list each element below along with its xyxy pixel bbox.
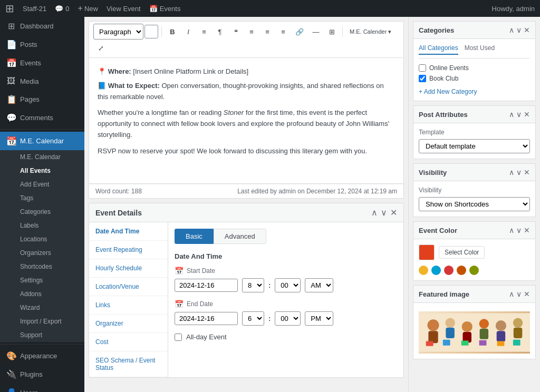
sidebar-item-posts[interactable]: 📄 Posts — [0, 35, 84, 54]
end-ampm-select[interactable]: PM — [305, 311, 333, 326]
expand-editor-button[interactable]: ⤢ — [93, 41, 108, 55]
align-center-button[interactable]: ≡ — [260, 24, 275, 39]
insert-link-button[interactable]: 🔗 — [292, 24, 307, 39]
color-dot-orange[interactable] — [457, 266, 466, 275]
categories-collapse-down[interactable]: ∨ — [516, 26, 522, 34]
adminbar-comments[interactable]: 💬 0 — [55, 5, 69, 13]
end-min-select[interactable]: 00 — [275, 311, 301, 326]
blockquote-button[interactable]: ❝ — [228, 24, 243, 39]
template-select[interactable]: Default template — [419, 139, 530, 153]
close-metabox-icon[interactable]: ✕ — [390, 208, 397, 218]
start-ampm-select[interactable]: AM — [305, 278, 333, 292]
submenu-wizard[interactable]: Wizard — [0, 301, 84, 315]
allday-checkbox[interactable] — [175, 334, 182, 341]
event-nav-links[interactable]: Links — [89, 296, 168, 315]
event-nav-cost[interactable]: Cost — [89, 333, 168, 351]
submenu-labels[interactable]: Labels — [0, 219, 84, 232]
sidebar-item-appearance[interactable]: 🎨 Appearance — [0, 347, 84, 365]
collapse-down-icon[interactable]: ∨ — [381, 208, 387, 218]
submenu-import-export[interactable]: Import / Export — [0, 315, 84, 328]
categories-close[interactable]: ✕ — [524, 26, 530, 34]
category-label-online[interactable]: Online Events — [429, 64, 469, 72]
category-checkbox-online[interactable] — [419, 64, 426, 72]
start-min-select[interactable]: 00 — [275, 278, 301, 292]
collapse-up-icon[interactable]: ∧ — [371, 208, 378, 218]
ordered-list-button[interactable]: ¶ — [213, 24, 227, 39]
submenu-organizers[interactable]: Organizers — [0, 246, 84, 260]
event-nav-seo[interactable]: SEO Schema / Event Status — [89, 351, 168, 377]
submenu-categories[interactable]: Categories — [0, 205, 84, 219]
adminbar-site[interactable]: Staff-21 — [23, 5, 46, 13]
end-hour-select[interactable]: 6 — [242, 311, 264, 326]
event-color-close[interactable]: ✕ — [524, 226, 530, 234]
calendar-dropdown-button[interactable]: M.E. Calender ▾ — [346, 24, 395, 39]
category-checkbox-book-club[interactable] — [419, 75, 426, 82]
tab-basic[interactable]: Basic — [175, 229, 214, 244]
paragraph-select[interactable]: Paragraph — [93, 24, 143, 40]
submenu-add-event[interactable]: Add Event — [0, 178, 84, 191]
color-dot-green[interactable] — [469, 266, 479, 275]
insert-table-button[interactable]: ⊞ — [324, 24, 339, 39]
event-nav-hourly[interactable]: Hourly Schedule — [89, 259, 168, 278]
sidebar-item-media[interactable]: 🖼 Media — [0, 72, 84, 90]
tab-all-categories[interactable]: All Categories — [419, 44, 458, 55]
submenu-tags[interactable]: Tags — [0, 191, 84, 205]
horizontal-rule-button[interactable]: — — [308, 24, 323, 39]
visibility-close[interactable]: ✕ — [524, 168, 530, 177]
start-hour-select[interactable]: 8 — [242, 278, 264, 292]
italic-button[interactable]: I — [181, 24, 196, 39]
submenu-locations[interactable]: Locations — [0, 232, 84, 246]
event-nav-organizer[interactable]: Organizer — [89, 315, 168, 333]
submenu-support[interactable]: Support — [0, 328, 84, 342]
event-nav-date-time[interactable]: Date And Time — [89, 222, 168, 241]
add-new-category-link[interactable]: + Add New Category — [419, 88, 530, 95]
align-right-button[interactable]: ≡ — [276, 24, 291, 39]
start-date-input[interactable] — [175, 279, 238, 292]
selected-color-box[interactable] — [419, 244, 435, 260]
visibility-collapse-up[interactable]: ∧ — [509, 168, 514, 177]
event-color-collapse-up[interactable]: ∧ — [509, 226, 514, 234]
adminbar-view-event[interactable]: View Event — [107, 5, 141, 13]
color-dot-blue[interactable] — [431, 266, 441, 275]
submenu-all-events[interactable]: All Events — [0, 164, 84, 178]
featured-image-collapse-down[interactable]: ∨ — [516, 290, 522, 298]
adminbar-new[interactable]: + New — [78, 4, 98, 13]
submenu-me-calendar[interactable]: M.E. Calendar — [0, 150, 84, 164]
featured-image-collapse-up[interactable]: ∧ — [509, 290, 514, 298]
text-color-picker[interactable] — [144, 25, 158, 38]
event-nav-repeating[interactable]: Event Repeating — [89, 241, 168, 259]
wp-logo[interactable]: ⊞ — [5, 2, 14, 15]
sidebar-item-comments[interactable]: 💬 Comments — [0, 109, 84, 127]
submenu-shortcodes[interactable]: Shortcodes — [0, 260, 84, 273]
event-nav-location[interactable]: Location/Venue — [89, 278, 168, 296]
allday-label[interactable]: All-day Event — [186, 333, 227, 341]
adminbar-events[interactable]: 📅 Events — [149, 5, 181, 13]
sidebar-item-users[interactable]: 👤 Users — [0, 384, 84, 392]
end-date-input[interactable] — [175, 312, 238, 325]
color-dot-red[interactable] — [444, 266, 454, 275]
post-attributes-close[interactable]: ✕ — [524, 110, 530, 119]
sidebar-item-plugins[interactable]: 🔌 Plugins — [0, 365, 84, 384]
featured-image-close[interactable]: ✕ — [524, 290, 530, 298]
sidebar-item-me-calendar[interactable]: 📆 M.E. Calendar — [0, 132, 84, 150]
post-attributes-collapse-up[interactable]: ∧ — [509, 110, 514, 119]
unordered-list-button[interactable]: ≡ — [197, 24, 211, 39]
post-attributes-collapse-down[interactable]: ∨ — [516, 110, 522, 119]
event-color-collapse-down[interactable]: ∨ — [516, 226, 522, 234]
category-label-book-club[interactable]: Book Club — [429, 75, 458, 82]
color-dot-yellow[interactable] — [419, 266, 428, 275]
visibility-select[interactable]: Show on Shortcodes — [419, 197, 530, 211]
align-left-button[interactable]: ≡ — [244, 24, 259, 39]
featured-image-placeholder[interactable] — [419, 311, 530, 354]
sidebar-item-pages[interactable]: 📋 Pages — [0, 90, 84, 109]
editor-content-area[interactable]: 📍 Where: [Insert Online Platform Link or… — [89, 57, 404, 184]
sidebar-item-events[interactable]: 📅 Events — [0, 54, 84, 72]
select-color-button[interactable]: Select Color — [439, 246, 485, 259]
visibility-collapse-down[interactable]: ∨ — [516, 168, 522, 177]
submenu-settings[interactable]: Settings — [0, 273, 84, 287]
bold-button[interactable]: B — [165, 24, 180, 39]
categories-collapse-up[interactable]: ∧ — [509, 26, 514, 34]
tab-advanced[interactable]: Advanced — [214, 229, 266, 244]
tab-most-used[interactable]: Most Used — [465, 44, 495, 55]
sidebar-item-dashboard[interactable]: ⊞ Dashboard — [0, 17, 84, 35]
